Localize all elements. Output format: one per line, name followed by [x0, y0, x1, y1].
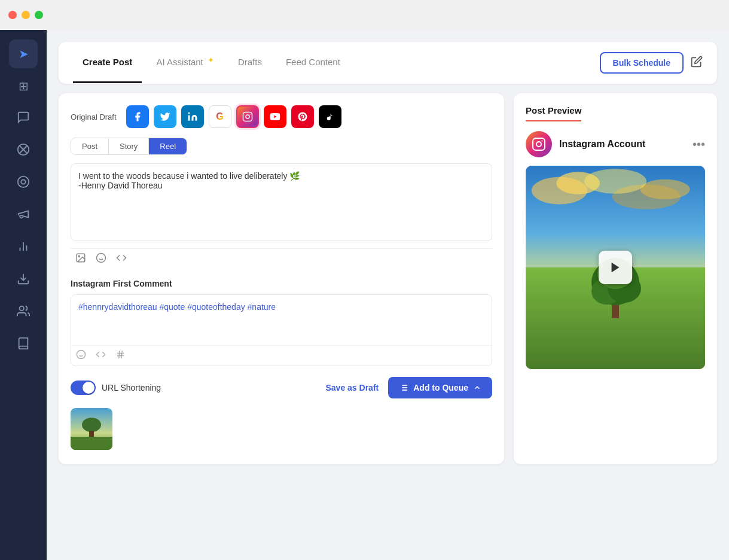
post-preview-label: Post Preview — [526, 105, 581, 121]
video-overlay — [526, 166, 705, 369]
svg-point-2 — [21, 179, 25, 184]
svg-point-33 — [82, 418, 101, 432]
post-type-tabs: Post Story Reel — [71, 138, 187, 155]
hashtag-icon[interactable] — [115, 349, 126, 362]
sidebar-item-dashboard[interactable]: ⊞ — [9, 72, 38, 101]
network-icon — [17, 143, 30, 159]
preview-account-name: Instagram Account — [559, 139, 685, 150]
save-draft-button[interactable]: Save as Draft — [326, 383, 379, 392]
svg-point-7 — [20, 306, 24, 310]
titlebar — [0, 0, 729, 30]
svg-line-25 — [121, 351, 122, 358]
main-content: Create Post AI Assistant ✦ Drafts Feed C… — [47, 30, 729, 560]
platform-instagram[interactable] — [236, 105, 259, 128]
queue-icon — [399, 383, 408, 392]
maximize-button[interactable] — [35, 11, 43, 19]
minimize-button[interactable] — [22, 11, 30, 19]
team-icon — [17, 305, 30, 321]
edit-icon-button[interactable] — [691, 56, 703, 71]
tab-ai-assistant[interactable]: AI Assistant ✦ — [147, 42, 224, 83]
svg-marker-50 — [612, 263, 620, 273]
first-comment-label: Instagram First Comment — [71, 279, 492, 288]
image-upload-icon[interactable] — [75, 252, 86, 266]
media-thumbnail-wrap — [71, 408, 492, 452]
tab-create-post[interactable]: Create Post — [73, 42, 142, 83]
svg-point-1 — [18, 176, 29, 187]
bottom-bar: URL Shortening Save as Draft Add to Queu… — [71, 377, 492, 398]
first-comment-input[interactable]: #hennrydavidthoreau #quote #quoteoftheda… — [71, 295, 492, 343]
add-to-queue-button[interactable]: Add to Queue — [388, 377, 492, 398]
library-icon — [17, 337, 30, 353]
comment-toolbar — [71, 345, 492, 366]
add-to-queue-label: Add to Queue — [413, 383, 468, 392]
platform-linkedin[interactable] — [181, 105, 204, 128]
sidebar-item-support[interactable] — [9, 169, 38, 197]
editor-columns: Original Draft — [59, 93, 717, 464]
post-type-post[interactable]: Post — [71, 138, 109, 154]
video-preview — [526, 166, 705, 369]
comments-icon — [17, 111, 30, 127]
sidebar-item-analytics[interactable] — [9, 233, 38, 262]
post-type-reel[interactable]: Reel — [149, 138, 187, 154]
tab-drafts[interactable]: Drafts — [228, 42, 272, 83]
sidebar-item-network[interactable] — [9, 136, 38, 165]
svg-point-12 — [249, 114, 251, 115]
dashboard-icon: ⊞ — [19, 79, 29, 93]
comment-code-icon[interactable] — [96, 349, 106, 362]
post-type-story[interactable]: Story — [109, 138, 149, 154]
sidebar-item-download[interactable] — [9, 266, 38, 294]
post-text-input[interactable]: I went to the woods because i wanted to … — [71, 163, 492, 241]
sidebar: ➤ ⊞ — [0, 30, 47, 560]
download-icon — [17, 272, 30, 288]
platform-facebook[interactable] — [126, 105, 149, 128]
preview-more-button[interactable]: ••• — [693, 138, 705, 151]
url-shortening-label: URL Shortening — [102, 383, 161, 392]
bulk-schedule-button[interactable]: Bulk Schedule — [600, 52, 684, 74]
megaphone-icon — [17, 208, 30, 224]
post-textarea-toolbar — [71, 248, 492, 269]
emoji-icon[interactable] — [96, 252, 106, 266]
analytics-icon — [17, 240, 30, 256]
svg-point-15 — [78, 255, 80, 257]
app-layout: ➤ ⊞ — [0, 30, 729, 560]
platform-twitter[interactable] — [154, 105, 176, 128]
sidebar-item-comments[interactable] — [9, 104, 38, 133]
tabs-card: Create Post AI Assistant ✦ Drafts Feed C… — [59, 42, 717, 84]
svg-point-38 — [542, 141, 543, 142]
platform-tiktok[interactable] — [319, 105, 341, 128]
svg-point-37 — [536, 142, 541, 147]
post-preview-panel: Post Preview Instagram Account ••• — [514, 93, 717, 464]
sidebar-item-team[interactable] — [9, 298, 38, 327]
platform-pinterest[interactable] — [291, 105, 314, 128]
support-icon — [17, 175, 30, 191]
svg-rect-35 — [71, 437, 112, 450]
svg-point-9 — [188, 112, 190, 114]
platform-google[interactable]: G — [209, 105, 231, 128]
platform-row: Original Draft — [71, 105, 492, 128]
svg-rect-8 — [188, 115, 190, 121]
code-icon[interactable] — [116, 252, 127, 266]
media-thumbnail[interactable] — [71, 408, 112, 450]
svg-point-11 — [246, 115, 249, 118]
original-draft-label: Original Draft — [71, 112, 117, 121]
chevron-up-icon — [473, 384, 481, 392]
platform-youtube[interactable] — [264, 105, 286, 128]
svg-point-19 — [77, 350, 85, 358]
comment-emoji-icon[interactable] — [76, 349, 86, 362]
post-editor: Original Draft — [59, 93, 504, 464]
tab-feed-content[interactable]: Feed Content — [276, 42, 350, 83]
close-button[interactable] — [8, 11, 17, 19]
ai-stars-icon: ✦ — [208, 56, 214, 65]
svg-rect-36 — [533, 138, 545, 150]
sidebar-item-library[interactable] — [9, 330, 38, 359]
preview-account-row: Instagram Account ••• — [526, 131, 705, 157]
svg-rect-10 — [243, 112, 252, 121]
sidebar-item-megaphone[interactable] — [9, 201, 38, 230]
preview-avatar — [526, 131, 552, 157]
send-icon: ➤ — [19, 47, 29, 61]
url-shortening-toggle[interactable] — [71, 381, 96, 395]
first-comment-container: #hennrydavidthoreau #quote #quoteoftheda… — [71, 294, 492, 366]
sidebar-item-send[interactable]: ➤ — [9, 39, 38, 68]
svg-line-24 — [119, 351, 120, 358]
play-button[interactable] — [599, 251, 632, 284]
